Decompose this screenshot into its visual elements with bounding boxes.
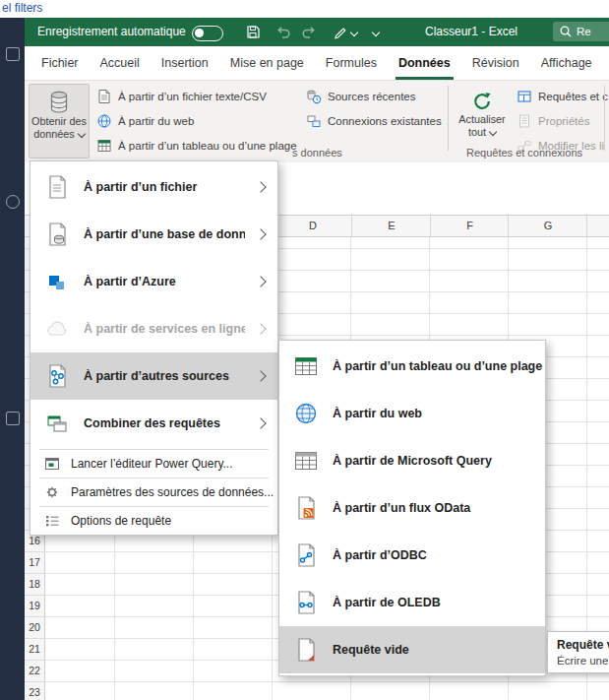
from-text-csv-button[interactable]: À partir d’un fichier texte/CSV [93, 85, 300, 107]
menu-item-from-database[interactable]: À partir d’une base de données [30, 211, 277, 258]
submenu-arrow-icon [255, 370, 266, 381]
get-transform-small-buttons: À partir d’un fichier texte/CSV À partir… [93, 85, 300, 159]
background-app-icon[interactable] [6, 195, 20, 209]
submenu-arrow-icon [255, 181, 266, 192]
label: À partir d’Azure [84, 275, 245, 288]
from-web-button[interactable]: À partir du web [93, 109, 300, 132]
tab-accueil[interactable]: Accueil [90, 46, 151, 80]
column-header-partial[interactable] [586, 216, 609, 236]
tab-formules[interactable]: Formules [315, 46, 388, 80]
group-separator [604, 86, 605, 151]
label: À partir d’un fichier texte/CSV [118, 91, 267, 102]
submenu-item-from-oledb[interactable]: À partir de OLEDB [279, 579, 545, 626]
background-app-icon[interactable] [6, 47, 20, 61]
tab-insertion[interactable]: Insertion [151, 46, 219, 80]
submenu-item-from-microsoft-query[interactable]: À partir de Microsoft Query [279, 437, 545, 484]
menu-item-query-options[interactable]: Options de requête [30, 509, 277, 533]
menu-item-from-other-sources[interactable]: À partir d’autres sources [30, 352, 277, 400]
submenu-arrow-icon [255, 228, 266, 239]
tab-fichier[interactable]: Fichier [30, 46, 90, 80]
label: Options de requête [71, 514, 171, 528]
connections-icon [306, 113, 322, 129]
cloud-icon [42, 315, 72, 343]
submenu-item-from-odbc[interactable]: À partir d’ODBC [279, 532, 545, 579]
table-range-icon [291, 352, 321, 380]
menu-item-combine-queries[interactable]: Combiner des requêtes [30, 400, 277, 447]
label: À partir d’une base de données [84, 227, 245, 241]
label: À partir de services en ligne [84, 322, 245, 336]
submenu-item-from-table-range[interactable]: À partir d’un tableau ou d’une plage [279, 343, 545, 390]
existing-connections-button[interactable]: Connexions existantes [303, 109, 445, 132]
submenu-item-from-web[interactable]: À partir du web [279, 390, 545, 437]
label: À partir du web [333, 407, 545, 420]
get-data-button[interactable]: Obtenir des données [29, 84, 90, 159]
tab-revision[interactable]: Révision [461, 46, 530, 80]
queries-connections-button[interactable]: Requêtes et c [514, 85, 609, 107]
row-header[interactable]: 18 [25, 573, 44, 595]
group-label-queries-connections: Requêtes et connexions [466, 147, 582, 159]
table-range-icon [96, 138, 112, 154]
row-header[interactable]: 22 [25, 660, 44, 681]
column-header-g[interactable]: G [508, 216, 587, 236]
recent-sources-icon [306, 89, 322, 104]
search-box[interactable]: Re [553, 22, 609, 41]
menu-item-from-online-services[interactable]: À partir de services en ligne [30, 305, 277, 352]
qat-chevron-down-icon[interactable] [372, 29, 380, 36]
globe-icon [291, 400, 321, 427]
background-app-icon[interactable] [6, 412, 20, 425]
pen-button[interactable] [332, 24, 347, 39]
odata-icon [291, 494, 321, 522]
titlebar: Enregistrement automatique Classeur1 - E… [25, 18, 609, 46]
undo-button[interactable] [274, 24, 290, 39]
properties-button[interactable]: Propriétés [514, 109, 609, 132]
redo-icon [302, 24, 318, 39]
recent-sources-button[interactable]: Sources récentes [303, 85, 445, 107]
row-header[interactable]: 21 [25, 638, 44, 660]
row-header[interactable]: 20 [25, 616, 44, 638]
submenu-arrow-icon [255, 323, 266, 334]
menu-item-launch-power-query[interactable]: Lancer l’éditeur Power Query... [30, 452, 277, 476]
save-icon [245, 24, 261, 39]
label: À partir d’un tableau ou d’une plage [333, 359, 545, 373]
tab-mise-en-page[interactable]: Mise en page [219, 46, 315, 80]
submenu-item-blank-query[interactable]: Requête vide [279, 626, 545, 673]
redo-button[interactable] [302, 24, 318, 39]
group-separator [448, 86, 449, 151]
column-header-d[interactable]: D [273, 216, 352, 236]
menu-item-from-azure[interactable]: À partir d’Azure [30, 258, 277, 305]
properties-icon [517, 113, 532, 129]
pen-chevron-down-icon[interactable] [350, 29, 358, 36]
label: Requêtes et c [538, 91, 608, 102]
menu-item-from-file[interactable]: À partir d’un fichier [30, 163, 277, 211]
get-data-label-line1: Obtenir des [31, 115, 87, 128]
row-header[interactable]: 17 [25, 551, 44, 573]
row-header[interactable]: 19 [25, 595, 44, 616]
label: À partir de OLEDB [333, 596, 545, 609]
submenu-item-from-odata[interactable]: À partir d’un flux OData [279, 484, 545, 532]
from-table-range-button[interactable]: À partir d’un tableau ou d’une plage [93, 134, 300, 157]
submenu-arrow-icon [255, 417, 266, 428]
database-cylinder-icon [46, 90, 72, 115]
pen-icon [332, 24, 347, 39]
oledb-icon [291, 589, 321, 616]
background-app-sidebar [0, 18, 25, 700]
column-header-e[interactable]: E [351, 216, 431, 236]
refresh-icon [470, 90, 494, 113]
column-header-f[interactable]: F [430, 216, 509, 236]
blank-query-icon [291, 636, 321, 664]
background-link[interactable]: el filters [2, 1, 42, 15]
autosave-toggle[interactable] [192, 26, 223, 41]
nodes-icon [42, 362, 72, 390]
tab-affichage[interactable]: Affichage [530, 46, 603, 80]
label: À partir de Microsoft Query [333, 454, 545, 468]
save-button[interactable] [245, 24, 261, 39]
label: À partir d’ODBC [333, 548, 545, 562]
file-icon [42, 173, 72, 201]
search-icon [559, 25, 573, 38]
label: Propriétés [538, 115, 589, 127]
menu-item-data-source-settings[interactable]: Paramètres des sources de données... [30, 480, 277, 504]
tooltip-title: Requête v [557, 638, 609, 652]
row-header[interactable]: 23 [25, 681, 44, 700]
label: À partir d’un flux OData [333, 501, 545, 515]
tab-donnees[interactable]: Données [388, 46, 461, 80]
